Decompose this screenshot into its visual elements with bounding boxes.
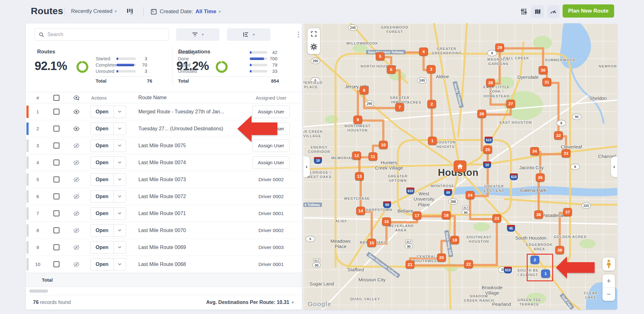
map-marker-16[interactable]: 16	[382, 217, 391, 225]
assign-user-button[interactable]: Assign User	[253, 139, 290, 152]
eye-hidden-icon[interactable]	[66, 245, 87, 250]
route-name[interactable]: Last Mile Route 0068	[131, 262, 246, 267]
map-settings-button[interactable]	[310, 43, 318, 52]
route-settings-button[interactable]	[518, 5, 530, 18]
route-name[interactable]: Tuesday 27... (Unrouted Destinations)	[131, 126, 246, 132]
row-checkbox[interactable]	[53, 193, 59, 199]
chevron-down-icon[interactable]	[114, 123, 126, 135]
route-name[interactable]: Last Mile Route 0072	[131, 194, 246, 199]
fullscreen-button[interactable]	[310, 30, 317, 39]
chevron-down-icon[interactable]	[114, 140, 126, 152]
row-checkbox[interactable]	[53, 227, 59, 233]
map-marker-23[interactable]: 23	[492, 214, 501, 222]
horizontal-scrollbar[interactable]	[26, 287, 302, 295]
map-marker-4[interactable]: 4	[419, 47, 428, 56]
map-marker-18[interactable]: 18	[442, 211, 451, 219]
open-button[interactable]: Open	[90, 190, 126, 203]
collapse-panel-right-tab[interactable]: ‹	[611, 156, 617, 177]
map-marker-15[interactable]: 15	[367, 239, 376, 247]
chevron-down-icon[interactable]	[114, 191, 126, 203]
row-checkbox[interactable]	[53, 109, 59, 115]
visibility-column-icon[interactable]	[66, 95, 87, 100]
open-button[interactable]: Open	[90, 156, 126, 169]
map-marker-7[interactable]: 7	[395, 103, 404, 111]
collapse-panel-left-tab[interactable]: ‹	[303, 156, 310, 177]
route-name[interactable]: Last Mile Route 0071	[131, 211, 246, 216]
zoom-in-button[interactable]: +	[602, 274, 615, 288]
route-name[interactable]: Last Mile Route 0074	[131, 160, 246, 165]
route-name[interactable]: Last Mile Route 0069	[131, 245, 246, 250]
map-marker-3[interactable]: 3	[427, 65, 436, 73]
open-button[interactable]: Open	[90, 241, 126, 254]
row-checkbox[interactable]	[53, 143, 59, 149]
street-view-pegman-button[interactable]	[602, 257, 615, 271]
map-marker-36[interactable]: 36	[534, 210, 543, 219]
eye-hidden-icon[interactable]	[66, 211, 87, 216]
map-marker-24[interactable]: 24	[466, 191, 475, 199]
route-name[interactable]: Last Mile Route 0073	[131, 177, 246, 182]
assign-user-button[interactable]: Assign User	[253, 106, 290, 118]
open-button[interactable]: Open	[90, 139, 126, 152]
assign-user-button[interactable]: Assign User	[253, 156, 290, 169]
row-checkbox[interactable]	[53, 160, 59, 165]
open-button[interactable]: Open	[90, 122, 126, 135]
chevron-down-icon[interactable]	[114, 225, 126, 236]
chevron-down-icon[interactable]	[114, 208, 126, 219]
columns-settings-button[interactable]	[126, 7, 134, 15]
map-canvas[interactable]: 24982906249290908610101086106961028869AL…	[303, 23, 617, 310]
map-marker-37[interactable]: 37	[563, 208, 572, 216]
map-marker-17[interactable]: 17	[413, 211, 421, 219]
map-marker-1[interactable]: 1	[428, 137, 437, 145]
row-checkbox[interactable]	[53, 261, 59, 267]
eye-hidden-icon[interactable]	[66, 194, 87, 199]
map-marker-34[interactable]: 34	[530, 147, 539, 155]
dashboard-button[interactable]	[547, 5, 560, 18]
plan-new-route-button[interactable]: Plan New Route	[563, 4, 614, 18]
row-checkbox[interactable]	[53, 210, 59, 216]
created-date-filter[interactable]: Created Date: All Time ▾	[150, 8, 221, 15]
select-all-checkbox[interactable]	[53, 95, 59, 101]
more-options-button[interactable]: ⋮	[294, 30, 303, 39]
filter-button[interactable]: ▾	[176, 28, 219, 41]
row-checkbox[interactable]	[53, 176, 59, 182]
chevron-down-icon[interactable]	[114, 174, 126, 186]
depot-home-marker[interactable]	[454, 160, 466, 172]
map-marker-22[interactable]: 22	[464, 260, 473, 268]
eye-hidden-icon[interactable]	[66, 262, 87, 267]
map-marker-8[interactable]: 8	[360, 86, 369, 94]
eye-hidden-icon[interactable]	[66, 160, 87, 165]
map-marker-19[interactable]: 19	[450, 236, 459, 244]
map-marker-31[interactable]: 31	[542, 78, 551, 86]
map-marker-38[interactable]: 38	[555, 246, 564, 254]
map-view-button[interactable]	[531, 5, 544, 18]
search-input[interactable]	[47, 32, 165, 37]
open-button[interactable]: Open	[90, 207, 126, 220]
map-marker-21[interactable]: 21	[406, 260, 414, 268]
map-marker-9[interactable]: 9	[353, 116, 362, 124]
map-marker-blue-2[interactable]: 2	[530, 256, 539, 264]
map-marker-10[interactable]: 10	[379, 141, 388, 149]
map-marker-6[interactable]: 6	[387, 65, 396, 73]
eye-hidden-icon[interactable]	[66, 228, 87, 233]
chevron-down-icon[interactable]	[114, 258, 126, 270]
zoom-out-button[interactable]: −	[602, 288, 615, 301]
eye-hidden-icon[interactable]	[66, 177, 87, 182]
chevron-down-icon[interactable]	[114, 241, 126, 253]
map-marker-26[interactable]: 26	[477, 110, 486, 118]
row-checkbox[interactable]	[53, 126, 59, 132]
avg-destinations-dropdown[interactable]: Avg. Destinations Per Route: 10.31 ▾	[206, 300, 294, 305]
map-marker-29[interactable]: 29	[495, 43, 504, 51]
map-marker-30[interactable]: 30	[539, 66, 547, 74]
open-button[interactable]: Open	[90, 224, 126, 237]
chevron-down-icon[interactable]	[114, 157, 126, 169]
chevron-down-icon[interactable]	[114, 106, 126, 118]
map-marker-28[interactable]: 28	[486, 78, 495, 87]
open-button[interactable]: Open	[90, 173, 126, 186]
map-marker-14[interactable]: 14	[356, 207, 365, 215]
group-by-button[interactable]: ▾	[227, 28, 270, 41]
row-checkbox[interactable]	[53, 244, 59, 250]
route-name[interactable]: Last Mile Route 0075	[131, 143, 246, 149]
eye-visible-icon[interactable]	[66, 126, 87, 132]
eye-visible-icon[interactable]	[66, 109, 87, 115]
assign-user-button[interactable]: Assign User	[253, 122, 290, 135]
